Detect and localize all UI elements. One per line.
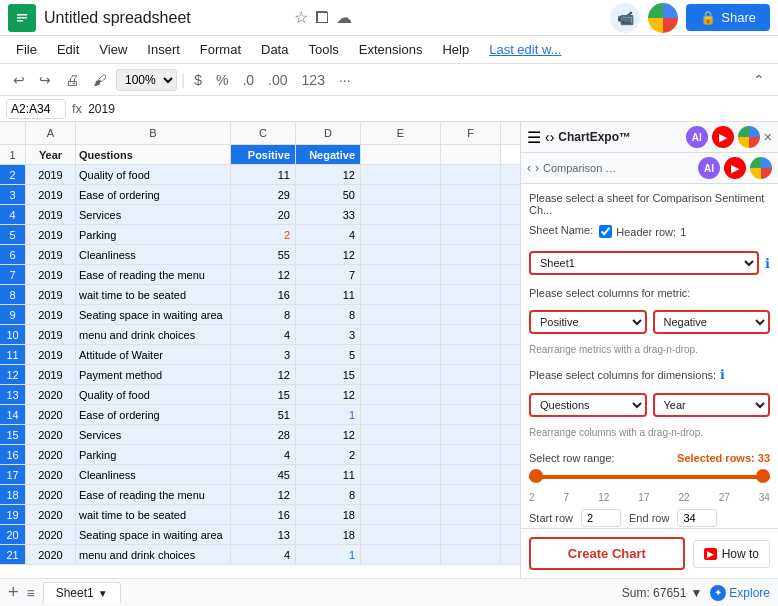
cell-c[interactable]: 15 [231,385,296,404]
cell-f[interactable] [441,285,501,304]
cell-d[interactable]: 12 [296,385,361,404]
cell-e[interactable] [361,425,441,444]
cell-e[interactable] [361,385,441,404]
cell-c[interactable]: 55 [231,245,296,264]
google-icon[interactable] [738,126,760,148]
start-row-input[interactable] [581,509,621,527]
redo-button[interactable]: ↪ [34,69,56,91]
meet-icon[interactable]: 📹 [610,3,640,33]
number-format-button[interactable]: 123 [297,69,330,91]
cell-e[interactable] [361,505,441,524]
cell-d[interactable]: 2 [296,445,361,464]
cell-d[interactable]: 4 [296,225,361,244]
range-slider[interactable] [529,468,770,486]
sheet-list-button[interactable]: ≡ [27,585,35,601]
cell-b[interactable]: Services [76,425,231,444]
user-avatar[interactable] [648,3,678,33]
cell-d[interactable]: 1 [296,545,361,564]
currency-button[interactable]: $ [189,69,207,91]
sheet-select[interactable]: Sheet1 [529,251,759,275]
cell-f[interactable] [441,265,501,284]
cell-e[interactable] [361,545,441,564]
cell-b[interactable]: Seating space in waiting area [76,525,231,544]
youtube-icon[interactable]: ▶ [712,126,734,148]
cell-e[interactable] [361,145,441,164]
cell-c[interactable]: 28 [231,425,296,444]
cell-c[interactable]: 29 [231,185,296,204]
cell-a[interactable]: 2019 [26,245,76,264]
cell-d[interactable]: 50 [296,185,361,204]
cell-b[interactable]: Payment method [76,365,231,384]
undo-button[interactable]: ↩ [8,69,30,91]
sheet1-tab[interactable]: Sheet1 ▼ [43,582,121,603]
cell-c[interactable]: 12 [231,265,296,284]
sum-dropdown-icon[interactable]: ▼ [690,586,702,600]
cell-e[interactable] [361,185,441,204]
table-row[interactable]: 32019Ease of ordering2950 [0,185,520,205]
cell-c[interactable]: 12 [231,485,296,504]
cell-a[interactable]: 2020 [26,445,76,464]
star-icon[interactable]: ☆ [294,8,308,27]
cell-b[interactable]: Parking [76,445,231,464]
share-button[interactable]: 🔒 How to Share [686,4,770,31]
print-button[interactable]: 🖨 [60,69,84,91]
cell-d[interactable]: 5 [296,345,361,364]
cloud-icon[interactable]: ☁ [336,8,352,27]
menu-tools[interactable]: Tools [300,40,346,59]
panel-back-icon[interactable]: ‹› [545,129,554,145]
cell-c[interactable]: 4 [231,445,296,464]
cell-a[interactable]: 2019 [26,285,76,304]
cell-e[interactable] [361,445,441,464]
cell-e[interactable] [361,405,441,424]
cell-b[interactable]: menu and drink choices [76,325,231,344]
cell-a[interactable]: 2020 [26,505,76,524]
table-row[interactable]: 1YearQuestionsPositiveNegative [0,145,520,165]
cell-b[interactable]: wait time to be seated [76,505,231,524]
cell-f[interactable] [441,465,501,484]
table-row[interactable]: 192020wait time to be seated1618 [0,505,520,525]
cell-a[interactable]: 2019 [26,165,76,184]
cell-d[interactable]: 11 [296,465,361,484]
cell-a[interactable]: 2019 [26,265,76,284]
nav-g-icon[interactable] [750,157,772,179]
cell-reference-input[interactable] [6,99,66,119]
cell-d[interactable]: 33 [296,205,361,224]
cell-a[interactable]: 2019 [26,225,76,244]
cell-e[interactable] [361,325,441,344]
cell-c[interactable]: 3 [231,345,296,364]
decimal-more-button[interactable]: .00 [263,69,292,91]
cell-f[interactable] [441,305,501,324]
cell-c[interactable]: 16 [231,505,296,524]
cell-f[interactable] [441,205,501,224]
cell-f[interactable] [441,405,501,424]
cell-d[interactable]: 15 [296,365,361,384]
cell-e[interactable] [361,485,441,504]
table-row[interactable]: 62019Cleanliness5512 [0,245,520,265]
table-row[interactable]: 202020Seating space in waiting area1318 [0,525,520,545]
table-row[interactable]: 92019Seating space in waiting area88 [0,305,520,325]
cell-c[interactable]: 4 [231,325,296,344]
menu-data[interactable]: Data [253,40,296,59]
menu-file[interactable]: File [8,40,45,59]
cell-a[interactable]: 2019 [26,205,76,224]
panel-close-button[interactable]: × [764,129,772,145]
cell-b[interactable]: menu and drink choices [76,545,231,564]
add-sheet-button[interactable]: + [8,582,19,603]
table-row[interactable]: 142020Ease of ordering511 [0,405,520,425]
cell-f[interactable] [441,525,501,544]
dim2-select[interactable]: Year [653,393,771,417]
cell-a[interactable]: 2020 [26,385,76,404]
cell-b[interactable]: wait time to be seated [76,285,231,304]
zoom-select[interactable]: 100% [116,69,177,91]
table-row[interactable]: 42019Services2033 [0,205,520,225]
cell-d[interactable]: 12 [296,245,361,264]
table-row[interactable]: 162020Parking42 [0,445,520,465]
cell-b[interactable]: Attitude of Waiter [76,345,231,364]
cell-d[interactable]: 18 [296,505,361,524]
cell-d[interactable]: 8 [296,305,361,324]
cell-f[interactable] [441,485,501,504]
cell-e[interactable] [361,465,441,484]
cell-c[interactable]: Positive [231,145,296,164]
cell-e[interactable] [361,165,441,184]
cell-f[interactable] [441,505,501,524]
